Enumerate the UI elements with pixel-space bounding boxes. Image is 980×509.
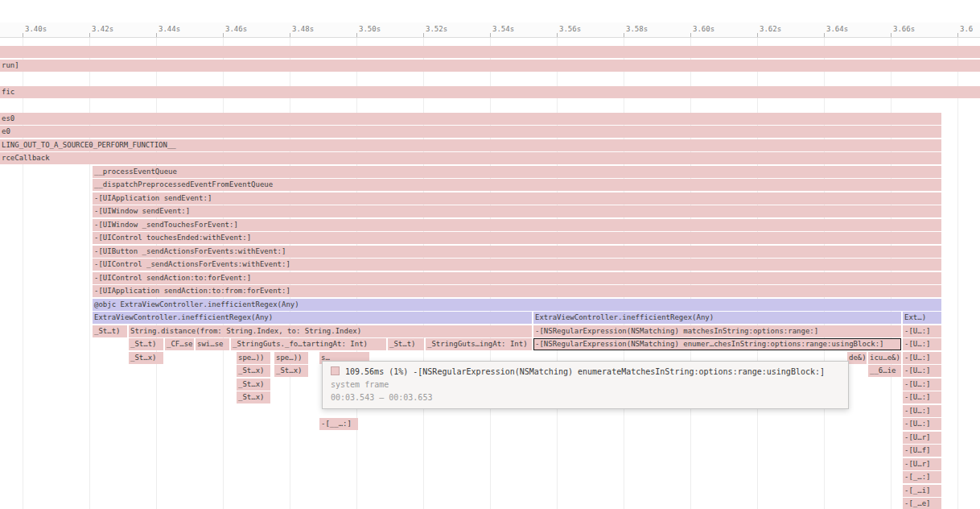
frame-bar[interactable]: -[U…:] xyxy=(903,418,941,430)
frame-bar[interactable]: ExtraViewController.inefficientRegex(Any… xyxy=(93,312,532,324)
frame-bar[interactable]: _St…t) xyxy=(129,338,163,350)
flame-graph: run]fices0e0LING_OUT_TO_A_SOURCE0_PERFOR… xyxy=(0,0,980,509)
flame-chart-view: 3.40s3.42s3.44s3.46s3.48s3.50s3.52s3.54s… xyxy=(0,0,980,509)
frame-color-chip xyxy=(331,366,340,375)
frame-bar[interactable]: _St…x) xyxy=(129,352,163,364)
ruler-tick-label: 3.6 xyxy=(960,25,973,33)
time-ruler[interactable]: 3.40s3.42s3.44s3.46s3.48s3.50s3.52s3.54s… xyxy=(0,23,980,38)
tooltip-frame-type: system frame xyxy=(331,380,840,389)
frame-bar[interactable]: spe…)) xyxy=(274,352,308,364)
frame-bar[interactable]: -[UIWindow _sendTouchesForEvent:] xyxy=(93,219,941,231)
ruler-tick-label: 3.58s xyxy=(626,25,648,33)
ruler-tick xyxy=(690,33,691,37)
ruler-tick-label: 3.52s xyxy=(426,25,447,33)
frame-bar[interactable]: -[U…:] xyxy=(903,365,941,377)
frame-bar[interactable]: @objc ExtraViewController.inefficientReg… xyxy=(93,299,941,311)
frame-bar[interactable]: -[U…:] xyxy=(903,338,941,350)
frame-bar[interactable]: -[U…:] xyxy=(903,405,941,417)
frame-bar[interactable]: __6…ie xyxy=(868,365,901,377)
ruler-tick-label: 3.64s xyxy=(826,25,848,33)
ruler-tick-label: 3.60s xyxy=(693,25,714,33)
frame-bar[interactable]: spe…)) xyxy=(237,352,270,364)
frame-bar[interactable]: es0 xyxy=(0,113,941,125)
ruler-tick xyxy=(223,33,224,37)
frame-bar-selected[interactable]: -[NSRegularExpression(NSMatching) enumer… xyxy=(533,338,901,350)
ruler-tick-label: 3.62s xyxy=(760,25,781,33)
frame-bar[interactable]: -[UIControl _sendActionsForEvents:withEv… xyxy=(93,259,941,271)
tooltip-time-range: 00:03.543 — 00:03.653 xyxy=(331,393,840,402)
ruler-tick xyxy=(356,33,357,37)
ruler-tick-label: 3.44s xyxy=(159,25,180,33)
frame-bar[interactable] xyxy=(0,46,980,58)
ruler-tick-label: 3.46s xyxy=(225,25,247,33)
tooltip-title: 109.56ms (1%) -[NSRegularExpression(NSMa… xyxy=(345,367,825,376)
frame-bar[interactable]: fic xyxy=(0,86,980,98)
frame-bar[interactable]: -[U…f] xyxy=(903,445,941,457)
frame-bar[interactable]: Ext…) xyxy=(903,312,941,324)
frame-bar[interactable]: de&) xyxy=(847,352,867,364)
frame-bar[interactable]: e0 xyxy=(0,126,941,138)
frame-bar[interactable]: -[UIControl sendAction:to:forEvent:] xyxy=(93,272,941,284)
tooltip: 109.56ms (1%) -[NSRegularExpression(NSMa… xyxy=(322,361,849,409)
ruler-tick-label: 3.40s xyxy=(25,25,47,33)
ruler-tick-label: 3.48s xyxy=(292,25,314,33)
frame-bar[interactable]: -[U…:] xyxy=(903,325,941,337)
frame-bar[interactable]: -[UIWindow sendEvent:] xyxy=(93,205,941,217)
frame-bar[interactable]: __dispatchPreprocessedEventFromEventQueu… xyxy=(93,179,941,191)
ruler-tick-label: 3.56s xyxy=(559,25,581,33)
ruler-tick xyxy=(891,33,891,37)
ruler-tick-label: 3.42s xyxy=(92,25,113,33)
frame-bar[interactable]: -[_…e] xyxy=(903,498,941,509)
ruler-tick-label: 3.50s xyxy=(359,25,381,33)
frame-bar[interactable]: -[U…:] xyxy=(903,391,941,403)
frame-bar[interactable]: -[__…:] xyxy=(319,418,358,430)
ruler-tick xyxy=(757,33,758,37)
frame-bar[interactable]: _StringGuts…ingAt: Int) xyxy=(426,338,532,350)
ruler-tick xyxy=(624,33,624,37)
frame-bar[interactable]: swi…se xyxy=(196,338,229,350)
frame-bar[interactable]: -[U…r] xyxy=(903,432,941,444)
frame-bar[interactable]: String.distance(from: String.Index, to: … xyxy=(129,325,532,337)
frame-bar[interactable]: -[UIControl touchesEnded:withEvent:] xyxy=(93,232,941,244)
frame-bar[interactable]: _St…x) xyxy=(274,365,308,377)
ruler-tick xyxy=(290,33,290,37)
frame-bar[interactable]: rceCallback xyxy=(0,152,941,164)
ruler-tick xyxy=(957,33,958,37)
frame-bar[interactable]: LING_OUT_TO_A_SOURCE0_PERFORM_FUNCTION__ xyxy=(0,139,941,151)
frame-bar[interactable]: _St…t) xyxy=(388,338,424,350)
frame-bar[interactable]: -[UIButton _sendActionsForEvents:withEve… xyxy=(93,246,941,258)
frame-bar[interactable]: -[U…:] xyxy=(903,352,941,364)
frame-bar[interactable]: ExtraViewController.inefficientRegex(Any… xyxy=(533,312,901,324)
ruler-tick xyxy=(156,33,157,37)
ruler-tick-label: 3.66s xyxy=(893,25,915,33)
ruler-tick xyxy=(557,33,558,37)
frame-bar[interactable]: _St…x) xyxy=(237,379,270,391)
frame-bar[interactable]: _CF…se xyxy=(165,338,194,350)
frame-bar[interactable]: -[NSRegularExpression(NSMatching) matche… xyxy=(533,325,901,337)
frame-bar[interactable]: -[UIApplication sendEvent:] xyxy=(93,192,941,205)
frame-bar[interactable]: -[_…i] xyxy=(903,485,941,497)
frame-bar[interactable]: _St…x) xyxy=(237,391,270,403)
ruler-tick-label: 3.54s xyxy=(492,25,514,33)
ruler-tick xyxy=(423,33,424,37)
frame-bar[interactable]: _St…t) xyxy=(93,325,127,337)
frame-bar[interactable]: __processEventQueue xyxy=(93,166,941,178)
frame-bar[interactable]: -[U…r] xyxy=(903,458,941,470)
ruler-tick xyxy=(490,33,491,37)
frame-bar[interactable]: -[U…:] xyxy=(903,379,941,391)
frame-bar[interactable]: -[_…:] xyxy=(903,471,941,483)
frame-bar[interactable]: -[UIApplication sendAction:to:from:forEv… xyxy=(93,285,941,297)
ruler-tick xyxy=(89,33,90,37)
frame-bar[interactable]: icu…e&) xyxy=(868,352,901,364)
ruler-tick xyxy=(824,33,825,37)
frame-bar[interactable]: run] xyxy=(0,60,980,72)
frame-bar[interactable]: _StringGuts._fo…tartingAt: Int) xyxy=(231,338,386,350)
ruler-tick xyxy=(23,33,23,37)
frame-bar[interactable]: _St…x) xyxy=(237,365,270,377)
